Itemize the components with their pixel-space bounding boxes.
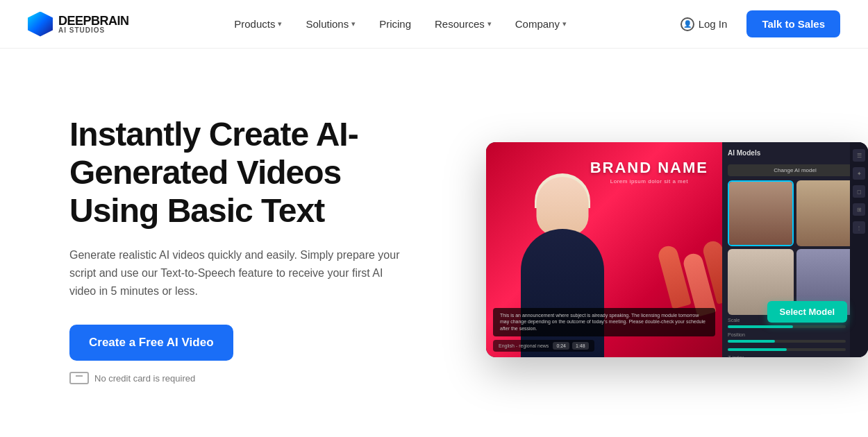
nav-pricing[interactable]: Pricing xyxy=(369,12,421,35)
panel-icon-2[interactable]: ✦ xyxy=(853,167,865,180)
time-badges: 0:24 1:48 xyxy=(553,342,588,350)
pos-y-slider[interactable] xyxy=(728,348,846,351)
panel-icon-1[interactable]: ☰ xyxy=(853,149,865,162)
scale-label: Scale xyxy=(728,318,740,323)
avatar-body xyxy=(521,229,604,357)
panel-icon-4[interactable]: ⊞ xyxy=(853,203,865,216)
scale-slider[interactable] xyxy=(728,325,846,328)
logo[interactable]: DEEPBRAIN AI STUDIOS xyxy=(28,12,129,37)
select-model-button[interactable]: Select Model xyxy=(767,301,847,323)
time-badge-2: 1:48 xyxy=(572,342,589,350)
model-thumb-1[interactable] xyxy=(728,180,794,246)
hero-subtitle: Generate realistic AI videos quickly and… xyxy=(69,246,403,300)
logo-sub: AI STUDIOS xyxy=(58,27,129,34)
logo-icon xyxy=(28,12,53,37)
user-icon: 👤 xyxy=(681,17,694,31)
no-credit-card-notice: No credit card is required xyxy=(69,372,431,384)
subtitle-text: This is an announcement where subject is… xyxy=(500,312,708,332)
login-button[interactable]: 👤 Log In xyxy=(672,12,736,37)
panel-title: AI Models xyxy=(728,149,862,157)
mockup-panel: AI Models Change AI model xyxy=(722,142,868,357)
nav-company[interactable]: Company ▾ xyxy=(506,12,576,35)
language-label: English - regional news xyxy=(499,343,549,348)
chevron-down-icon: ▾ xyxy=(351,19,356,28)
credit-card-icon xyxy=(69,372,89,384)
panel-icon-5[interactable]: ⋮ xyxy=(853,221,865,234)
subtitle-bar: This is an announcement where subject is… xyxy=(493,308,715,336)
app-mockup: BRAND NAME Lorem ipsum dolor sit a met xyxy=(486,142,868,357)
hero-title: Instantly Create AI-Generated Videos Usi… xyxy=(69,115,431,230)
model-body-1 xyxy=(729,182,792,245)
avatar-head xyxy=(537,177,589,236)
panel-icons: ☰ ✦ ◻ ⊞ ⋮ xyxy=(850,142,868,357)
language-bar: English - regional news 0:24 1:48 xyxy=(493,340,594,352)
position-label: Position xyxy=(728,332,745,337)
nav-links: Products ▾ Solutions ▾ Pricing Resources… xyxy=(224,12,576,35)
pos-x-slider[interactable] xyxy=(728,340,846,343)
brand-name-text: BRAND NAME xyxy=(590,159,708,177)
nav-actions: 👤 Log In Talk to Sales xyxy=(672,10,840,37)
chevron-down-icon: ▾ xyxy=(487,19,492,28)
panel-icon-3[interactable]: ◻ xyxy=(853,185,865,198)
hero-illustration: BRAND NAME Lorem ipsum dolor sit a met xyxy=(486,142,868,357)
chevron-down-icon: ▾ xyxy=(562,19,567,28)
model-grid xyxy=(728,180,862,315)
hero-section: Instantly Create AI-Generated Videos Usi… xyxy=(0,49,868,437)
panel-controls: Scale + 6% 55 Position xyxy=(728,318,862,357)
hero-content: Instantly Create AI-Generated Videos Usi… xyxy=(69,115,431,384)
cta-button[interactable]: Create a Free AI Video xyxy=(69,325,233,361)
navbar: DEEPBRAIN AI STUDIOS Products ▾ Solution… xyxy=(0,0,868,49)
talk-to-sales-button[interactable]: Talk to Sales xyxy=(746,10,840,37)
nav-products[interactable]: Products ▾ xyxy=(224,12,292,35)
logo-brand: DEEPBRAIN xyxy=(58,15,129,27)
change-ai-model-button[interactable]: Change AI model xyxy=(728,164,862,176)
mockup-video-area: BRAND NAME Lorem ipsum dolor sit a met xyxy=(486,142,722,357)
chevron-down-icon: ▾ xyxy=(278,19,282,28)
time-badge-1: 0:24 xyxy=(553,342,569,350)
nav-solutions[interactable]: Solutions ▾ xyxy=(296,12,365,35)
zindex-label: Z-index xyxy=(728,355,744,357)
nav-resources[interactable]: Resources ▾ xyxy=(425,12,501,35)
